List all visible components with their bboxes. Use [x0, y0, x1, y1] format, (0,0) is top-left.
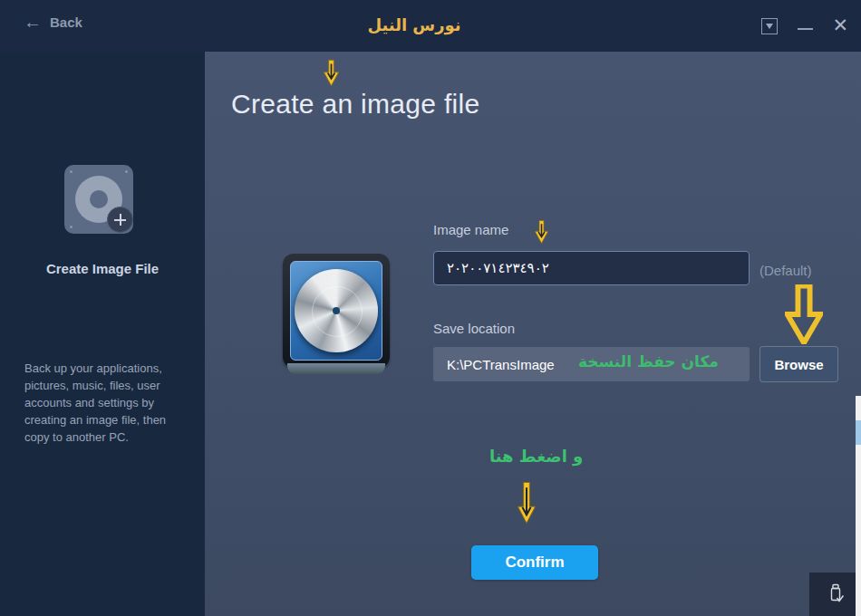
window-title: نورس النيل: [0, 15, 828, 34]
background-scrollbar[interactable]: [856, 396, 861, 616]
app-window: ← Back نورس النيل ✕ Create Image File: [0, 0, 861, 616]
screw-dot-icon: [70, 226, 73, 228]
annotation-arrow-browse-icon: [785, 284, 823, 344]
annotation-arrow-heading-icon: [324, 59, 339, 87]
create-image-file-icon: [64, 165, 133, 234]
title-bar: ← Back نورس النيل ✕: [0, 0, 861, 52]
close-button[interactable]: ✕: [832, 16, 848, 35]
default-hint: (Default): [759, 263, 812, 278]
screw-dot-icon: [125, 170, 128, 173]
screw-dot-icon: [70, 170, 73, 173]
save-location-label: Save location: [433, 321, 515, 336]
disk-base: [287, 363, 385, 374]
annotation-arrow-confirm-icon: [518, 480, 536, 525]
minimize-to-tray-button[interactable]: [761, 18, 778, 34]
save-location-field[interactable]: K:\PCTransImage مكان حفظ النسخة: [433, 347, 750, 381]
confirm-button[interactable]: Confirm: [471, 545, 598, 580]
dropdown-triangle-icon: [766, 24, 773, 29]
minimize-icon: [798, 28, 813, 30]
close-icon: ✕: [832, 14, 848, 36]
image-name-input[interactable]: [433, 251, 750, 285]
save-location-annotation: مكان حفظ النسخة: [578, 352, 719, 371]
disk-blue-panel: [290, 261, 382, 361]
browse-button[interactable]: Browse: [759, 346, 838, 382]
image-name-label: Image name: [433, 222, 508, 237]
device-panel[interactable]: [809, 573, 861, 616]
annotation-arrow-image-name-icon: [535, 216, 548, 248]
main-panel: Create an image file Image name (Default…: [205, 52, 861, 616]
disk-image-artwork: [283, 254, 390, 379]
window-controls: ✕: [761, 0, 848, 52]
feature-description: Back up your applications, pictures, mus…: [24, 360, 177, 446]
plus-icon: [107, 207, 133, 233]
page-title: Create an image file: [231, 89, 479, 120]
feature-title: Create Image File: [0, 261, 205, 276]
press-here-annotation: و اضغط هنا: [489, 447, 583, 466]
disk-frame: [283, 254, 390, 368]
scrollbar-thumb[interactable]: [856, 420, 861, 445]
usb-drive-check-icon: [826, 583, 846, 605]
sidebar: Create Image File Back up your applicati…: [0, 52, 205, 616]
save-location-value: K:\PCTransImage: [447, 357, 555, 372]
metal-disc-icon: [295, 269, 378, 352]
minimize-button[interactable]: [797, 18, 813, 34]
